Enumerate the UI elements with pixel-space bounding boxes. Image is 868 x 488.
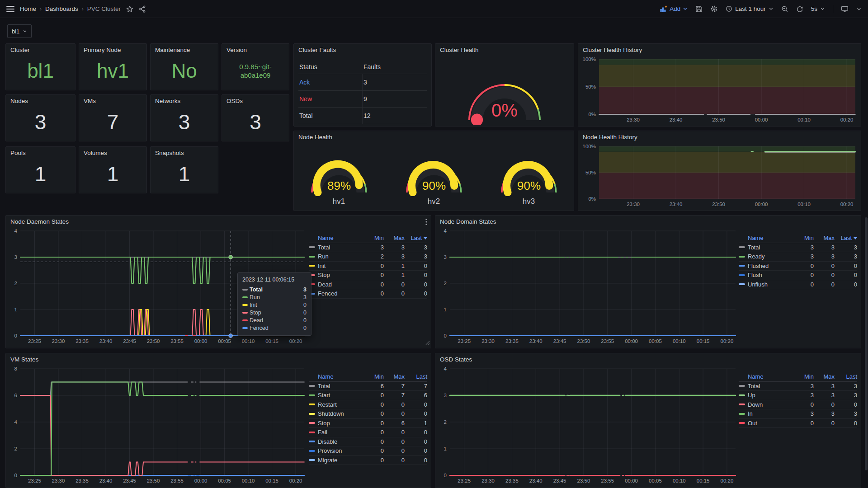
legend-col-min[interactable]: Min	[793, 373, 814, 380]
kiosk-monitor-icon[interactable]	[841, 5, 849, 13]
series-color-chip	[309, 404, 315, 405]
svg-text:23:30: 23:30	[52, 478, 65, 483]
panel-title[interactable]: Node Health History	[583, 134, 637, 141]
panel-title[interactable]: Pools	[10, 150, 26, 156]
legend-col-max[interactable]: Max	[384, 235, 405, 241]
legend-header-row: NameMinMaxLast	[309, 372, 427, 382]
share-icon[interactable]	[139, 5, 146, 13]
variable-dropdown-cluster[interactable]: bl1	[7, 24, 32, 38]
legend-series-name[interactable]: In	[748, 410, 793, 417]
legend-series-name[interactable]: Up	[748, 392, 793, 399]
panel-title[interactable]: Node Daemon States	[10, 218, 69, 225]
legend-series-name[interactable]: Restart	[318, 401, 363, 408]
svg-text:00:00: 00:00	[755, 202, 768, 207]
panel-title[interactable]: Nodes	[10, 98, 28, 104]
osd-states-chart[interactable]: 0123423:2523:3023:3523:4023:4523:5023:55…	[438, 365, 738, 485]
panel-title[interactable]: Primary Node	[84, 47, 121, 53]
svg-text:1: 1	[444, 307, 447, 312]
legend-series-name[interactable]: Init	[318, 263, 363, 269]
breadcrumb-dashboards[interactable]: Dashboards	[45, 5, 78, 12]
legend-col-name[interactable]: Name	[748, 235, 793, 241]
svg-text:00:10: 00:10	[242, 478, 255, 483]
save-dashboard-icon[interactable]	[695, 5, 703, 13]
stat-value-volumes: 1	[79, 157, 146, 191]
panel-title[interactable]: VM States	[10, 356, 38, 363]
page-scrollbar	[864, 19, 868, 488]
panel-title[interactable]: Node Domain States	[440, 218, 496, 225]
legend-series-name[interactable]: Shutdown	[318, 410, 363, 417]
panel-title[interactable]: Maintenance	[155, 47, 190, 53]
panel-title[interactable]: Networks	[155, 98, 180, 104]
legend-col-last[interactable]: Last	[835, 373, 857, 380]
legend-series-name[interactable]: Migrate	[318, 457, 363, 464]
hamburger-menu-icon[interactable]	[6, 6, 14, 12]
legend-series-name[interactable]: Out	[748, 420, 793, 427]
vm-states-chart[interactable]: 0246823:2523:3023:3523:4023:4523:5023:55…	[9, 365, 307, 485]
legend-col-min[interactable]: Min	[793, 235, 814, 241]
panel-resize-handle[interactable]	[425, 339, 430, 347]
chevron-down-icon[interactable]	[856, 6, 862, 12]
panel-menu-kebab-icon[interactable]	[425, 218, 427, 227]
panel-title[interactable]: Cluster Health	[440, 47, 479, 53]
tooltip-row: Run3	[242, 293, 307, 301]
stat-value-nodes: 3	[6, 105, 75, 139]
legend-col-max[interactable]: Max	[814, 373, 835, 380]
refresh-icon[interactable]	[796, 5, 803, 13]
panel-title[interactable]: OSD States	[440, 356, 472, 363]
legend-col-last[interactable]: Last	[405, 235, 427, 241]
legend-series-name[interactable]: Flushed	[748, 263, 793, 269]
time-range-picker[interactable]: Last 1 hour	[726, 5, 774, 12]
legend-series-name[interactable]: Total	[318, 383, 363, 389]
node-health-history-chart[interactable]: 0%50%100%23:3023:4023:5000:0000:1000:20	[581, 143, 858, 209]
legend-row: Out000	[739, 419, 857, 428]
legend-col-last[interactable]: Last	[405, 373, 427, 380]
legend-header-row: NameMinMaxLast	[739, 372, 857, 382]
legend-series-name[interactable]: Fail	[318, 429, 363, 436]
legend-series-name[interactable]: Total	[318, 244, 363, 251]
cluster-health-history-chart[interactable]: 0%50%100%23:3023:4023:5000:0000:1000:20	[581, 56, 858, 124]
legend-series-name[interactable]: Unflush	[748, 281, 793, 288]
legend-series-name[interactable]: Run	[318, 253, 363, 260]
legend-series-name[interactable]: Ready	[748, 253, 793, 260]
settings-gear-icon[interactable]	[710, 5, 718, 13]
legend-series-name[interactable]: Total	[748, 244, 793, 251]
legend-series-name[interactable]: Start	[318, 392, 363, 399]
legend-col-last[interactable]: Last	[835, 235, 857, 241]
panel-title[interactable]: Cluster Faults	[298, 47, 336, 53]
series-color-chip	[739, 385, 745, 387]
legend-col-min[interactable]: Min	[363, 235, 384, 241]
breadcrumb-home[interactable]: Home	[20, 5, 36, 12]
stat-value-version: 0.9.85~git-ab0a1e09	[222, 54, 289, 88]
star-icon[interactable]	[126, 5, 133, 13]
panel-title[interactable]: Snapshots	[155, 150, 184, 156]
faults-header-row: StatusFaults	[298, 60, 427, 74]
panel-title[interactable]: Node Health	[298, 134, 332, 141]
add-panel-button[interactable]: Add	[660, 5, 688, 12]
node-domain-states-chart[interactable]: 0123423:2523:3023:3523:4023:4523:5023:55…	[438, 227, 738, 346]
legend-series-name[interactable]: Stop	[318, 272, 363, 278]
legend-series-name[interactable]: Provision	[318, 447, 363, 454]
panel-title[interactable]: Cluster	[10, 47, 30, 53]
series-color-chip	[242, 304, 248, 306]
legend-col-name[interactable]: Name	[318, 235, 363, 241]
legend-series-name[interactable]: Total	[748, 383, 793, 389]
legend-series-name[interactable]: Flush	[748, 272, 793, 278]
legend-col-max[interactable]: Max	[814, 235, 835, 241]
refresh-interval-picker[interactable]: 5s	[811, 5, 825, 12]
legend-series-name[interactable]: Dead	[318, 281, 363, 288]
legend-series-name[interactable]: Down	[748, 401, 793, 408]
panel-title[interactable]: Volumes	[84, 150, 107, 156]
legend-series-name[interactable]: Disable	[318, 438, 363, 445]
panel-title[interactable]: OSDs	[226, 98, 243, 104]
panel-title[interactable]: VMs	[84, 98, 96, 104]
legend-col-name[interactable]: Name	[748, 373, 793, 380]
panel-title[interactable]: Version	[226, 47, 247, 53]
legend-col-min[interactable]: Min	[363, 373, 384, 380]
zoom-out-icon[interactable]	[781, 5, 788, 13]
scrollbar-thumb[interactable]	[865, 217, 868, 470]
panel-title[interactable]: Cluster Health History	[583, 47, 642, 53]
legend-col-name[interactable]: Name	[318, 373, 363, 380]
legend-series-name[interactable]: Fenced	[318, 290, 363, 297]
legend-col-max[interactable]: Max	[384, 373, 405, 380]
legend-series-name[interactable]: Stop	[318, 420, 363, 427]
